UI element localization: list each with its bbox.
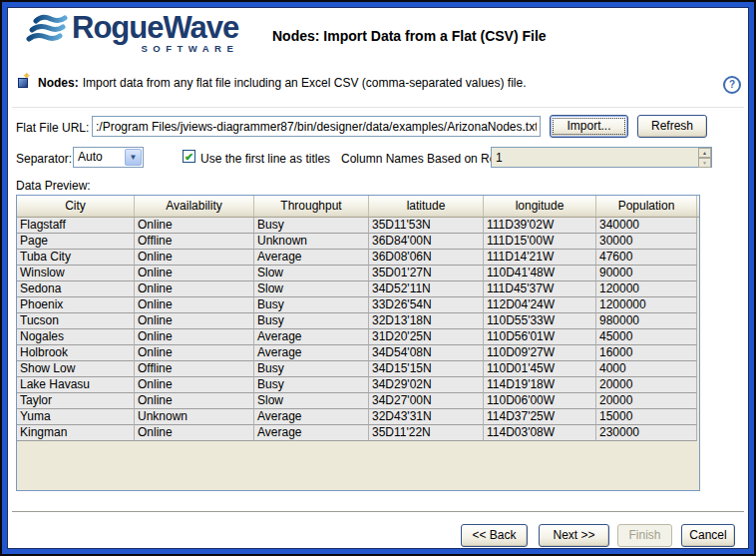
table-cell[interactable]: Busy (254, 361, 369, 377)
table-row[interactable]: HolbrookOnlineAverage34D54'08N110D09'27W… (17, 345, 699, 361)
table-cell[interactable]: 1200000 (596, 297, 697, 313)
chevron-down-icon[interactable]: ▼ (125, 149, 142, 166)
file-url-input[interactable] (92, 116, 541, 137)
table-cell[interactable]: Slow (254, 281, 369, 297)
table-cell[interactable]: Online (135, 393, 254, 409)
table-cell[interactable]: Taylor (17, 393, 135, 409)
table-cell[interactable]: Unknown (135, 409, 254, 425)
table-cell[interactable]: Slow (254, 393, 369, 409)
table-row[interactable]: PageOfflineUnknown36D84'00N111D15'00W300… (17, 234, 699, 250)
column-header-population[interactable]: Population (596, 196, 697, 217)
table-cell[interactable]: 15000 (596, 409, 697, 425)
table-cell[interactable]: Show Low (17, 361, 135, 377)
cancel-button[interactable]: Cancel (681, 524, 735, 547)
table-row[interactable]: FlagstaffOnlineBusy35D11'53N111D39'02W34… (17, 218, 699, 234)
table-cell[interactable]: Average (254, 409, 369, 425)
table-cell[interactable]: 31D20'25N (369, 329, 484, 345)
table-cell[interactable]: 30000 (596, 234, 697, 250)
table-cell[interactable]: 34D29'02N (369, 377, 484, 393)
table-cell[interactable]: 110D41'48W (484, 266, 596, 281)
table-cell[interactable]: 20000 (596, 377, 697, 393)
table-cell[interactable]: Online (135, 266, 254, 281)
table-cell[interactable]: 111D45'37W (484, 281, 596, 297)
table-cell[interactable]: 110D56'01W (484, 329, 596, 345)
table-row[interactable]: KingmanOnlineAverage35D11'22N114D03'08W2… (17, 425, 699, 441)
refresh-button[interactable]: Refresh (637, 115, 707, 138)
table-cell[interactable]: 45000 (596, 329, 697, 345)
table-cell[interactable]: 35D11'22N (369, 425, 484, 441)
row-number-input[interactable] (492, 150, 685, 167)
table-cell[interactable]: 32D43'31N (369, 409, 484, 425)
table-cell[interactable]: Online (135, 425, 254, 441)
table-cell[interactable]: Online (135, 345, 254, 361)
table-cell[interactable]: 34D54'08N (369, 345, 484, 361)
table-cell[interactable]: 36D08'06N (369, 250, 484, 266)
table-cell[interactable]: 980000 (596, 313, 697, 329)
table-cell[interactable]: 33D26'54N (369, 297, 484, 313)
table-cell[interactable]: 110D01'45W (484, 361, 596, 377)
table-cell[interactable]: 114D03'08W (484, 425, 596, 441)
import-button[interactable]: Import... (550, 115, 628, 138)
table-cell[interactable]: Yuma (17, 409, 135, 425)
next-button[interactable]: Next >> (539, 524, 609, 547)
table-cell[interactable]: 20000 (596, 393, 697, 409)
separator-combobox[interactable]: Auto ▼ (73, 147, 144, 168)
table-cell[interactable]: 32D13'18N (369, 313, 484, 329)
table-cell[interactable]: 111D15'00W (484, 234, 596, 250)
back-button[interactable]: << Back (461, 524, 528, 547)
table-cell[interactable]: Average (254, 425, 369, 441)
table-cell[interactable]: 110D55'33W (484, 313, 596, 329)
table-row[interactable]: NogalesOnlineAverage31D20'25N110D56'01W4… (17, 329, 699, 345)
column-header-longitude[interactable]: longitude (484, 196, 596, 217)
table-row[interactable]: TucsonOnlineBusy32D13'18N110D55'33W98000… (17, 313, 699, 329)
table-cell[interactable]: Online (135, 377, 254, 393)
table-cell[interactable]: Offline (135, 361, 254, 377)
table-cell[interactable]: Average (254, 250, 369, 266)
table-cell[interactable]: 120000 (596, 281, 697, 297)
table-row[interactable]: YumaUnknownAverage32D43'31N114D37'25W150… (17, 409, 699, 425)
column-header-city[interactable]: City (17, 196, 135, 217)
table-cell[interactable]: Winslow (17, 266, 135, 281)
table-cell[interactable]: 34D52'11N (369, 281, 484, 297)
table-cell[interactable]: 110D09'27W (484, 345, 596, 361)
table-cell[interactable]: Busy (254, 313, 369, 329)
table-cell[interactable]: 35D11'53N (369, 218, 484, 234)
table-cell[interactable]: 340000 (596, 218, 697, 234)
table-cell[interactable]: 111D39'02W (484, 218, 596, 234)
table-cell[interactable]: 35D01'27N (369, 266, 484, 281)
table-cell[interactable]: 16000 (596, 345, 697, 361)
table-cell[interactable]: Online (135, 281, 254, 297)
first-line-checkbox[interactable]: ✔ (183, 150, 195, 163)
table-row[interactable]: WinslowOnlineSlow35D01'27N110D41'48W9000… (17, 266, 699, 281)
table-cell[interactable]: Online (135, 329, 254, 345)
table-cell[interactable]: 4000 (596, 361, 697, 377)
table-row[interactable]: PhoenixOnlineBusy33D26'54N112D04'24W1200… (17, 297, 699, 313)
table-cell[interactable]: 111D14'21W (484, 250, 596, 266)
spinner-up-button[interactable]: ▲ (698, 148, 711, 158)
table-row[interactable]: TaylorOnlineSlow34D27'00N110D06'00W20000 (17, 393, 699, 409)
help-icon[interactable]: ? (723, 76, 741, 94)
table-cell[interactable]: Flagstaff (17, 218, 135, 234)
table-cell[interactable]: Kingman (17, 425, 135, 441)
table-cell[interactable]: 114D37'25W (484, 409, 596, 425)
table-cell[interactable]: Online (135, 313, 254, 329)
table-cell[interactable]: Holbrook (17, 345, 135, 361)
table-cell[interactable]: 230000 (596, 425, 697, 441)
table-cell[interactable]: Busy (254, 377, 369, 393)
table-cell[interactable]: 36D84'00N (369, 234, 484, 250)
table-row[interactable]: Show LowOfflineBusy34D15'15N110D01'45W40… (17, 361, 699, 377)
table-cell[interactable]: Tuba City (17, 250, 135, 266)
column-header-throughput[interactable]: Throughput (254, 196, 369, 217)
table-row[interactable]: SedonaOnlineSlow34D52'11N111D45'37W12000… (17, 281, 699, 297)
spinner-down-button[interactable]: ▼ (698, 158, 711, 168)
table-row[interactable]: Lake HavasuOnlineBusy34D29'02N114D19'18W… (17, 377, 699, 393)
table-cell[interactable]: Online (135, 218, 254, 234)
table-cell[interactable]: 34D27'00N (369, 393, 484, 409)
table-cell[interactable]: Busy (254, 218, 369, 234)
table-cell[interactable]: Slow (254, 266, 369, 281)
table-cell[interactable]: Offline (135, 234, 254, 250)
table-cell[interactable]: 114D19'18W (484, 377, 596, 393)
column-header-availability[interactable]: Availability (135, 196, 254, 217)
table-cell[interactable]: Average (254, 345, 369, 361)
table-row[interactable]: Tuba CityOnlineAverage36D08'06N111D14'21… (17, 250, 699, 266)
